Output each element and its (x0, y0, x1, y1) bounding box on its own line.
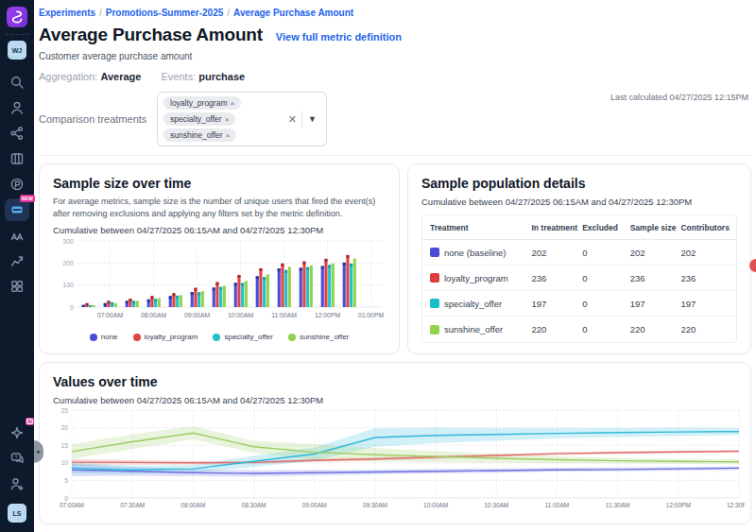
table-header: Excluded (582, 223, 630, 232)
workspace-avatar[interactable]: WJ (8, 41, 26, 60)
gates-icon[interactable] (5, 122, 29, 145)
treatment-chips: loyalty_program×specialty_offer×sunshine… (163, 96, 284, 142)
table-row: sunshine_offer2200220220 (422, 317, 736, 342)
in-treatment-cell: 197 (531, 299, 582, 309)
comparison-treatments-label: Comparison treatments (39, 113, 157, 125)
search-icon[interactable] (5, 71, 29, 94)
columns-icon[interactable] (5, 147, 29, 170)
table-header: Treatment (430, 223, 531, 232)
treatment-chip[interactable]: sunshine_offer× (163, 129, 236, 142)
treatment-cell: none (baseline) (430, 248, 531, 258)
svg-text:0: 0 (70, 304, 74, 311)
svg-text:15: 15 (60, 442, 68, 449)
breadcrumb: Experiments/Promotions-Summer-2025/Avera… (39, 0, 751, 18)
statsig-logo-icon[interactable] (7, 7, 27, 27)
metric-definition-link[interactable]: View full metric definition (276, 31, 402, 43)
metric-subtitle: Customer average purchase amount (39, 51, 751, 61)
treatment-cell: specialty_offer (430, 299, 531, 309)
in-treatment-cell: 202 (531, 248, 582, 258)
legend-item: loyalty_program (133, 333, 198, 341)
population-card: Sample population details Cumulative bet… (407, 163, 751, 354)
sidebar-bottom: AI ? LS (5, 421, 29, 532)
sidebar-divider (6, 34, 28, 35)
breadcrumb-separator: / (99, 8, 102, 18)
metrics-icon[interactable] (5, 249, 29, 272)
svg-text:10:00AM: 10:00AM (423, 502, 448, 508)
legend-dot (90, 334, 97, 341)
ai-badge: AI (26, 418, 34, 425)
treatment-color-swatch (430, 325, 439, 335)
svg-text:12:00PM: 12:00PM (315, 312, 341, 318)
user-avatar[interactable]: LS (8, 504, 26, 523)
aggregation-value: Average (100, 71, 141, 82)
excluded-cell: 0 (582, 324, 630, 335)
svg-text:10:30AM: 10:30AM (484, 502, 508, 508)
svg-text:12:00PM: 12:00PM (666, 502, 691, 508)
treatment-select[interactable]: loyalty_program×specialty_offer×sunshine… (157, 92, 327, 146)
app-root: WJ NEW AI (0, 0, 756, 532)
svg-text:10: 10 (60, 459, 68, 466)
breadcrumb-item[interactable]: Promotions-Summer-2025 (106, 8, 223, 18)
clear-selection-icon[interactable]: ✕ (284, 113, 301, 126)
treatment-cell: sunshine_offer (430, 324, 531, 335)
ab-test-icon[interactable] (5, 224, 29, 247)
new-badge: NEW (20, 195, 35, 202)
table-header: Contributors (680, 223, 729, 232)
legend-dot (213, 334, 220, 341)
excluded-cell: 0 (582, 273, 630, 283)
legend-dot (288, 334, 296, 341)
sample-size-cell: 197 (630, 299, 681, 309)
svg-text:07:30AM: 07:30AM (120, 502, 145, 508)
sample-size-range: Cumulative between 04/27/2025 06:15AM an… (53, 225, 386, 235)
table-row: none (baseline)2020202202 (422, 240, 736, 266)
svg-text:0: 0 (64, 495, 68, 502)
breadcrumb-separator: / (227, 8, 230, 18)
breadcrumb-item[interactable]: Average Purchase Amount (233, 8, 353, 18)
invite-user-icon[interactable] (5, 472, 29, 495)
chevron-down-icon[interactable]: ▼ (302, 114, 320, 124)
svg-text:08:00AM: 08:00AM (180, 502, 205, 508)
population-range: Cumulative between 04/27/2025 06:15AM an… (421, 197, 737, 207)
support-icon[interactable]: ? (5, 447, 29, 470)
contributors-cell: 202 (680, 248, 729, 258)
apps-icon[interactable] (5, 275, 29, 298)
chip-close-icon[interactable]: × (230, 99, 234, 108)
contributors-cell: 236 (680, 273, 729, 283)
legend-item: sunshine_offer (288, 333, 349, 341)
pulse-icon[interactable] (5, 173, 29, 196)
sample-size-card: Sample size over time For average metric… (39, 163, 400, 354)
in-treatment-cell: 236 (531, 273, 582, 283)
breadcrumb-item[interactable]: Experiments (39, 8, 95, 18)
treatment-chip[interactable]: specialty_offer× (163, 112, 235, 126)
svg-text:25: 25 (60, 407, 68, 414)
chip-close-icon[interactable]: × (225, 115, 230, 124)
user-icon[interactable] (5, 96, 29, 119)
edge-notification-handle[interactable] (749, 259, 756, 272)
treatment-cell: loyalty_program (430, 273, 531, 283)
values-range: Cumulative between 04/27/2025 06:15AM an… (53, 395, 737, 405)
table-row: specialty_offer1970197197 (422, 291, 736, 317)
treatment-chip[interactable]: loyalty_program× (163, 96, 241, 110)
values-title: Values over time (53, 374, 737, 389)
events-value: purchase (198, 71, 245, 82)
svg-text:20: 20 (60, 424, 68, 431)
sample-size-description: For average metrics, sample size is the … (53, 196, 386, 219)
svg-text:5: 5 (64, 477, 68, 484)
svg-text:07:00AM: 07:00AM (60, 502, 84, 508)
values-card: Values over time Cumulative between 04/2… (39, 362, 751, 524)
contributors-cell: 220 (680, 324, 729, 335)
sample-size-cell: 202 (630, 248, 681, 258)
analytics-icon[interactable]: NEW (5, 198, 29, 221)
svg-text:11:00AM: 11:00AM (545, 502, 570, 508)
sample-size-cell: 236 (630, 273, 681, 283)
sidebar: WJ NEW AI (0, 0, 34, 532)
svg-text:08:00AM: 08:00AM (141, 312, 167, 318)
legend-item: none (90, 333, 118, 341)
legend-dot (133, 334, 141, 341)
chip-close-icon[interactable]: × (226, 131, 231, 140)
population-table: TreatmentIn treatmentExcludedSample size… (421, 215, 737, 343)
sample-size-title: Sample size over time (53, 176, 386, 191)
population-title: Sample population details (421, 176, 737, 191)
ai-assistant-icon[interactable]: AI (5, 421, 29, 444)
svg-text:?: ? (14, 455, 17, 460)
